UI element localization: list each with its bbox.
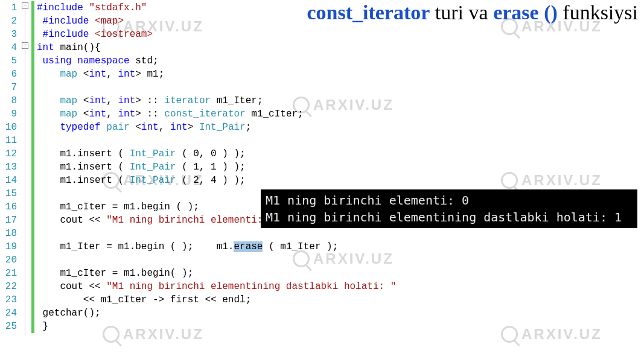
line-number: 4 xyxy=(0,41,17,54)
code-line: m1_cIter = m1.begin( ); xyxy=(37,267,448,280)
code-line: typedef pair <int, int> Int_Pair; xyxy=(37,121,448,134)
magnifier-icon xyxy=(501,326,518,343)
code-line xyxy=(37,227,448,240)
line-number-gutter: 1234567891011121314151617181920212223242… xyxy=(0,0,22,333)
line-number: 25 xyxy=(0,320,17,333)
line-number: 9 xyxy=(0,107,17,121)
code-line xyxy=(37,81,448,94)
line-number: 14 xyxy=(0,174,17,187)
code-line: m1_Iter = m1.begin ( ); m1.erase ( m1_It… xyxy=(37,240,448,253)
line-number: 12 xyxy=(0,147,17,160)
title-part2: turi va xyxy=(430,1,493,24)
code-line: getchar(); xyxy=(37,306,448,320)
code-line: int main(){ xyxy=(37,41,448,54)
line-number: 23 xyxy=(0,293,17,306)
fold-gutter: − − xyxy=(22,0,31,333)
code-line xyxy=(37,253,448,267)
watermark-text: ARXIV.UZ xyxy=(521,172,602,189)
title-part1: const_iterator xyxy=(307,1,430,24)
magnifier-icon xyxy=(501,172,518,189)
line-number: 2 xyxy=(0,14,17,28)
line-number: 21 xyxy=(0,267,17,280)
code-line: m1.insert ( Int_Pair ( 0, 0 ) ); xyxy=(37,147,448,160)
line-number: 24 xyxy=(0,306,17,320)
watermark: ARXIV.UZ xyxy=(501,172,602,189)
line-number: 1 xyxy=(0,1,17,14)
code-line: << m1_cIter -> first << endl; xyxy=(37,293,448,306)
code-line xyxy=(37,134,448,147)
code-line: map <int, int> m1; xyxy=(37,68,448,81)
line-number: 17 xyxy=(0,214,17,227)
code-line: using namespace std; xyxy=(37,54,448,68)
line-number: 15 xyxy=(0,187,17,200)
line-number: 16 xyxy=(0,200,17,214)
code-line: m1.insert ( Int_Pair ( 2, 4 ) ); xyxy=(37,174,448,187)
line-number: 13 xyxy=(0,160,17,174)
fold-toggle-icon[interactable]: − xyxy=(22,2,28,9)
title-part3: erase () xyxy=(493,1,558,24)
line-number: 3 xyxy=(0,28,17,41)
code-line: map <int, int> :: const_iterator m1_cIte… xyxy=(37,107,448,121)
console-output: M1 ning birinchi elementi: 0 M1 ning bir… xyxy=(261,189,637,228)
code-line: cout << "M1 ning birinchi elementining d… xyxy=(37,280,448,293)
code-line: #include <iostream> xyxy=(37,28,448,41)
line-number: 5 xyxy=(0,54,17,68)
line-number: 22 xyxy=(0,280,17,293)
line-number: 10 xyxy=(0,121,17,134)
watermark-text: ARXIV.UZ xyxy=(521,326,602,343)
code-line: m1.insert ( Int_Pair ( 1, 1 ) ); xyxy=(37,160,448,174)
line-number: 20 xyxy=(0,253,17,267)
line-number: 19 xyxy=(0,240,17,253)
console-line: M1 ning birinchi elementining dastlabki … xyxy=(266,210,622,224)
line-number: 18 xyxy=(0,227,17,240)
console-line: M1 ning birinchi elementi: 0 xyxy=(266,193,469,208)
code-content: #include "stdafx.h" #include <map> #incl… xyxy=(34,0,448,333)
slide-title: const_iterator turi va erase () funksiys… xyxy=(307,1,638,24)
line-number: 7 xyxy=(0,81,17,94)
watermark: ARXIV.UZ xyxy=(501,326,602,343)
line-number: 11 xyxy=(0,134,17,147)
code-line: map <int, int> :: iterator m1_Iter; xyxy=(37,94,448,107)
line-number: 8 xyxy=(0,94,17,107)
line-number: 6 xyxy=(0,68,17,81)
code-editor: 1234567891011121314151617181920212223242… xyxy=(0,0,448,333)
code-line: } xyxy=(37,320,448,333)
title-part4: funksiysi xyxy=(558,1,638,24)
